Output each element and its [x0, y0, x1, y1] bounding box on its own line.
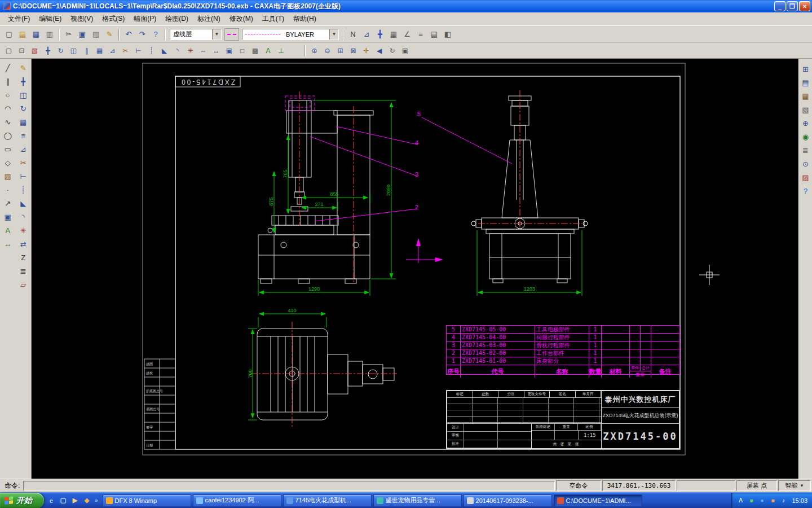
birdview-icon[interactable]: ◉ [800, 130, 812, 143]
line-icon[interactable]: ╱ [1, 62, 15, 74]
zoom-all-icon[interactable]: ⊠ [347, 44, 360, 57]
snap-settings-icon[interactable]: ⊙ [800, 157, 812, 170]
download-tray-icon[interactable]: ■ [769, 497, 776, 505]
render-icon[interactable]: ◧ [441, 28, 454, 41]
zoom-in-icon[interactable]: ⊕ [308, 44, 321, 57]
dyn-input-icon[interactable]: ≡ [414, 28, 427, 41]
trim-icon[interactable]: ✂ [119, 44, 132, 57]
save-icon[interactable]: ▦ [29, 28, 43, 41]
task-petshop[interactable]: 盛世宠物用品专营... [373, 494, 462, 507]
explode-icon[interactable]: ✳ [184, 44, 197, 57]
menu-view[interactable]: 视图(V) [66, 12, 98, 25]
rectangle-icon[interactable]: ▭ [1, 143, 15, 155]
insert-block-icon[interactable]: ▣ [1, 211, 15, 223]
array-edit-icon[interactable]: ▦ [16, 116, 30, 128]
chamfer-icon[interactable]: ◣ [158, 44, 171, 57]
new-icon[interactable]: ▢ [2, 28, 16, 41]
rotate-edit-icon[interactable]: ↻ [16, 102, 30, 115]
print-icon[interactable]: ▥ [43, 28, 56, 41]
erase-icon[interactable]: ▱ [16, 278, 30, 291]
menu-format[interactable]: 格式(S) [98, 12, 129, 25]
redo-icon[interactable]: ↷ [135, 28, 149, 41]
mirror-tool-icon[interactable]: ◫ [67, 44, 80, 57]
show-desktop-icon[interactable]: ▢ [58, 496, 68, 506]
tray-clock[interactable]: 15:03 [792, 497, 807, 504]
task-caxa[interactable]: C:\DOCUME~1\ADMI... [554, 494, 642, 507]
menu-edit[interactable]: 编辑(E) [34, 12, 66, 25]
copy-tool-icon[interactable]: ▣ [223, 44, 236, 57]
offset-edit-icon[interactable]: ≡ [16, 129, 30, 142]
parallel-icon[interactable]: ∥ [1, 75, 15, 87]
arc-icon[interactable]: ◠ [1, 102, 15, 115]
media-player-icon[interactable]: ▶ [70, 496, 80, 506]
fillet-edit-icon[interactable]: ◝ [16, 211, 30, 223]
text-tool-icon[interactable]: A [262, 44, 275, 57]
text-icon[interactable]: A [1, 224, 15, 237]
task-notepad[interactable]: 20140617-093238-... [464, 494, 552, 507]
hatch-icon[interactable]: ▨ [1, 170, 15, 182]
task-winamp[interactable]: DFX 8 Winamp [103, 494, 191, 507]
smart-snap-toggle[interactable]: 智能 ▼ [778, 480, 811, 491]
window-select-icon[interactable]: ⊡ [15, 44, 28, 57]
antivirus-tray-icon[interactable]: ■ [747, 497, 755, 505]
toolbox-icon[interactable]: ▨ [800, 171, 812, 183]
layers-icon[interactable]: ≣ [800, 144, 812, 156]
menu-draw[interactable]: 绘图(D) [161, 12, 193, 25]
grid-icon[interactable]: ▦ [387, 28, 400, 41]
window-icon[interactable]: ⊞ [800, 63, 812, 75]
explode-edit-icon[interactable]: ✳ [16, 224, 30, 237]
polar-icon[interactable]: ∠ [400, 28, 414, 41]
palette-icon[interactable]: ▧ [800, 103, 812, 116]
ellipse-icon[interactable]: ◯ [1, 129, 15, 142]
drawing-canvas[interactable]: ZXD7145-00 描图 描校 旧底图总号 底图总号 签字 日期 [32, 59, 798, 479]
task-wangwang[interactable]: caofei1234902-阿... [193, 494, 281, 507]
chevron-down-icon[interactable]: ▼ [212, 29, 221, 40]
properties-icon[interactable]: ▤ [427, 28, 441, 41]
select-icon[interactable]: ▢ [2, 44, 15, 57]
open-icon[interactable]: ▤ [16, 28, 29, 41]
osnap-icon[interactable]: ╋ [373, 28, 387, 41]
scale-tool-icon[interactable]: ⊿ [106, 44, 119, 57]
break-icon[interactable]: ┊ [145, 44, 158, 57]
chamfer-edit-icon[interactable]: ◣ [16, 197, 30, 209]
menu-modify[interactable]: 修改(M) [225, 12, 258, 25]
pan-icon[interactable]: ✛ [360, 44, 373, 57]
offset-tool-icon[interactable]: ∥ [80, 44, 93, 57]
copy-icon[interactable]: ▣ [76, 28, 89, 41]
break-edit-icon[interactable]: ┊ [16, 183, 30, 196]
array-tool-icon[interactable]: ▦ [93, 44, 106, 57]
hatch-tool-icon[interactable]: ▩ [249, 44, 262, 57]
zoom-window-icon[interactable]: ⊞ [334, 44, 347, 57]
minimize-button[interactable]: _ [774, 1, 785, 11]
menu-tools[interactable]: 工具(T) [258, 12, 289, 25]
style-icon[interactable]: ⊿ [360, 28, 373, 41]
volume-icon[interactable]: ♪ [779, 497, 787, 505]
start-button[interactable]: 开始 [0, 493, 44, 508]
zoom-out-icon[interactable]: ⊖ [321, 44, 334, 57]
zoom-dynamic-icon[interactable]: ⊕ [800, 117, 812, 129]
library-icon[interactable]: ▦ [800, 90, 812, 102]
extend-edit-icon[interactable]: ⊢ [16, 170, 30, 182]
help-icon[interactable]: ? [149, 28, 162, 41]
layer-combo[interactable]: 虚线层 ▼ [170, 29, 222, 40]
ime-icon[interactable]: A [736, 497, 744, 505]
menu-paper[interactable]: 幅面(P) [129, 12, 161, 25]
dimension-icon[interactable]: ↔ [1, 238, 15, 250]
north-icon[interactable]: N [346, 28, 360, 41]
lengthen-icon[interactable]: ↔ [210, 44, 223, 57]
tile-icon[interactable]: ▤ [800, 76, 812, 89]
delete-icon[interactable]: ▧ [28, 44, 41, 57]
winamp-ql-icon[interactable]: ◈ [82, 496, 92, 506]
chat-tray-icon[interactable]: ● [758, 497, 766, 505]
properties-edit-icon[interactable]: ≣ [16, 265, 30, 277]
stretch-edit-icon[interactable]: ⇄ [16, 238, 30, 250]
mirror-edit-icon[interactable]: ◫ [16, 89, 30, 101]
trim-edit-icon[interactable]: ✂ [16, 156, 30, 169]
circle-icon[interactable]: ○ [1, 89, 15, 101]
format-brush-icon[interactable]: ✎ [103, 28, 116, 41]
fillet-icon[interactable]: ◝ [171, 44, 184, 57]
chevron-down-icon[interactable]: ▼ [329, 29, 338, 40]
move-tool-icon[interactable]: ╋ [41, 44, 54, 57]
ie-icon[interactable]: e [46, 496, 56, 506]
stretch-icon[interactable]: ⇔ [197, 44, 210, 57]
